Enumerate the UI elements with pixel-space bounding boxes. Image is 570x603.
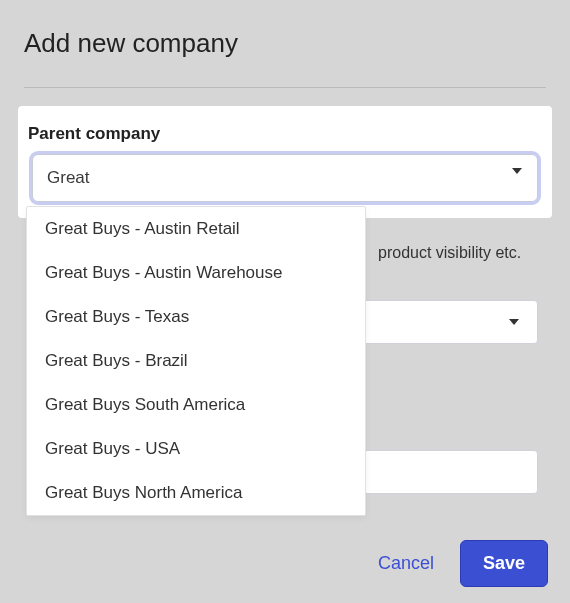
save-button[interactable]: Save: [460, 540, 548, 587]
parent-company-label: Parent company: [28, 124, 542, 144]
parent-company-input[interactable]: [32, 154, 538, 202]
dialog-button-row: Cancel Save: [370, 540, 548, 587]
parent-company-combobox[interactable]: [28, 154, 542, 202]
divider-line: [24, 87, 546, 88]
form-panel: Parent company product visibility etc. G…: [18, 106, 552, 218]
dropdown-option[interactable]: Great Buys - Austin Retail: [27, 207, 365, 251]
dropdown-option[interactable]: Great Buys - Texas: [27, 295, 365, 339]
dropdown-option[interactable]: Great Buys - USA: [27, 427, 365, 471]
dropdown-option[interactable]: Great Buys North America: [27, 471, 365, 515]
cancel-button[interactable]: Cancel: [370, 543, 442, 584]
page-title: Add new company: [24, 28, 546, 59]
chevron-down-icon: [509, 319, 519, 325]
chevron-down-icon[interactable]: [512, 168, 522, 174]
dropdown-option[interactable]: Great Buys - Brazil: [27, 339, 365, 383]
parent-company-dropdown[interactable]: Great Buys - Austin Retail Great Buys - …: [26, 206, 366, 516]
dropdown-option[interactable]: Great Buys - Austin Warehouse: [27, 251, 365, 295]
dropdown-option[interactable]: Great Buys South America: [27, 383, 365, 427]
page-container: Add new company: [0, 0, 570, 88]
description-text-fragment: product visibility etc.: [378, 244, 521, 262]
